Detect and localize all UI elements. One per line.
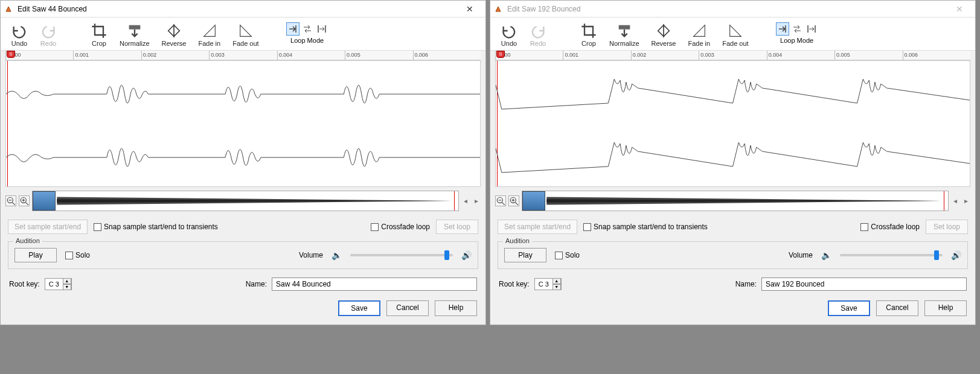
ruler-tick: 0.001 <box>563 51 630 60</box>
overview-scrollbar[interactable] <box>32 191 459 211</box>
snap-transients-checkbox[interactable]: Snap sample start/end to transients <box>583 223 708 231</box>
titlebar[interactable]: Edit Saw 44 Bounced ✕ <box>1 1 485 17</box>
root-key-stepper[interactable]: C 3 ▲ ▼ <box>45 278 72 290</box>
slider-thumb-icon[interactable] <box>934 250 939 260</box>
svg-rect-3 <box>618 25 630 30</box>
crop-label: Crop <box>581 40 596 47</box>
close-icon[interactable]: ✕ <box>458 1 482 17</box>
save-button[interactable]: Save <box>828 300 870 316</box>
checkbox-box-icon <box>583 223 591 231</box>
set-sample-start-end-button[interactable]: Set sample start/end <box>498 220 577 234</box>
time-ruler[interactable]: S 0.000 0.001 0.002 0.003 0.004 0.005 0.… <box>495 51 970 60</box>
fade-in-label: Fade in <box>688 40 710 47</box>
set-sample-start-end-button[interactable]: Set sample start/end <box>8 220 88 234</box>
save-button[interactable]: Save <box>338 300 380 316</box>
fade-out-icon <box>727 23 744 39</box>
slider-thumb-icon[interactable] <box>444 250 449 260</box>
start-marker-icon[interactable]: S <box>7 51 15 58</box>
help-button[interactable]: Help <box>924 300 967 316</box>
set-loop-button[interactable]: Set loop <box>436 220 478 234</box>
nav-next-icon[interactable]: ▸ <box>962 195 970 206</box>
fade-in-button[interactable]: Fade in <box>684 21 714 49</box>
loop-mode-forward-icon[interactable] <box>776 22 789 36</box>
zoom-in-button[interactable] <box>508 195 519 206</box>
reverse-button[interactable]: Reverse <box>647 21 681 49</box>
nav-next-icon[interactable]: ▸ <box>472 195 481 206</box>
cancel-button[interactable]: Cancel <box>386 300 429 316</box>
reverse-button[interactable]: Reverse <box>158 21 191 49</box>
crossfade-loop-checkbox[interactable]: Crossfade loop <box>860 223 920 231</box>
dialog-buttons: Save Cancel Help <box>1 297 485 325</box>
waveform-display[interactable] <box>495 60 970 187</box>
checkbox-box-icon <box>555 252 563 259</box>
name-field[interactable] <box>272 277 477 291</box>
titlebar[interactable]: Edit Saw 192 Bounced ✕ <box>490 1 975 17</box>
crossfade-loop-checkbox[interactable]: Crossfade loop <box>371 223 430 231</box>
audition-legend: Audition <box>13 237 42 244</box>
editor-window-0: Edit Saw 44 Bounced ✕ Undo Redo Crop <box>0 0 486 325</box>
ruler-tick: 0.005 <box>834 51 902 60</box>
loop-mode-sustain-icon[interactable] <box>805 22 818 36</box>
root-key-down-icon[interactable]: ▼ <box>63 284 71 290</box>
normalize-label: Normalize <box>609 40 639 47</box>
redo-button[interactable]: Redo <box>36 21 61 49</box>
cancel-button[interactable]: Cancel <box>876 300 918 316</box>
waveform-channel-left <box>496 67 970 121</box>
reverse-label: Reverse <box>652 40 676 47</box>
loop-mode-pingpong-icon[interactable] <box>301 22 314 36</box>
root-key-stepper[interactable]: C 3 ▲ ▼ <box>534 278 562 290</box>
crop-button[interactable]: Crop <box>86 21 112 49</box>
zoom-out-button[interactable] <box>5 195 16 206</box>
normalize-icon <box>126 23 143 39</box>
undo-label: Undo <box>501 40 517 47</box>
set-loop-button[interactable]: Set loop <box>926 220 968 234</box>
zoom-in-button[interactable] <box>19 195 30 206</box>
snap-transients-label: Snap sample start/end to transients <box>594 223 708 231</box>
nav-prev-icon[interactable]: ◂ <box>951 195 959 206</box>
normalize-button[interactable]: Normalize <box>605 21 644 49</box>
snap-transients-label: Snap sample start/end to transients <box>104 223 218 231</box>
close-icon[interactable]: ✕ <box>947 1 972 17</box>
checkbox-box-icon <box>94 223 101 231</box>
name-field[interactable] <box>761 277 967 291</box>
fade-out-button[interactable]: Fade out <box>228 21 263 49</box>
reverse-label: Reverse <box>162 40 187 47</box>
crossfade-label: Crossfade loop <box>871 223 920 231</box>
root-key-up-icon[interactable]: ▲ <box>552 278 561 284</box>
solo-checkbox[interactable]: Solo <box>555 251 580 259</box>
undo-button[interactable]: Undo <box>496 21 522 49</box>
play-button[interactable]: Play <box>504 248 546 262</box>
overview-handle[interactable] <box>33 191 56 211</box>
start-marker-icon[interactable]: S <box>496 51 505 58</box>
undo-icon <box>501 23 517 39</box>
root-key-down-icon[interactable]: ▼ <box>552 284 561 290</box>
nav-prev-icon[interactable]: ◂ <box>461 195 470 206</box>
volume-slider[interactable] <box>840 254 943 256</box>
play-button[interactable]: Play <box>14 248 57 262</box>
solo-checkbox[interactable]: Solo <box>65 251 90 259</box>
loop-mode-label: Loop Mode <box>780 37 813 44</box>
root-key-up-icon[interactable]: ▲ <box>63 278 71 284</box>
snap-transients-checkbox[interactable]: Snap sample start/end to transients <box>94 223 218 231</box>
volume-slider[interactable] <box>350 254 453 256</box>
undo-button[interactable]: Undo <box>7 21 32 49</box>
fade-out-icon <box>237 23 254 39</box>
fade-out-button[interactable]: Fade out <box>718 21 752 49</box>
waveform-channel-right <box>6 130 480 185</box>
loop-mode-sustain-icon[interactable] <box>315 22 328 36</box>
redo-button[interactable]: Redo <box>525 21 551 49</box>
zoom-out-button[interactable] <box>495 195 506 206</box>
loop-mode-pingpong-icon[interactable] <box>790 22 804 36</box>
loop-mode-forward-icon[interactable] <box>286 22 299 36</box>
help-button[interactable]: Help <box>435 300 477 316</box>
toolbar: Undo Redo Crop Normalize Reverse <box>490 17 975 51</box>
reverse-icon <box>165 23 182 39</box>
loop-mode-group: Loop Mode <box>775 21 819 49</box>
normalize-button[interactable]: Normalize <box>115 21 154 49</box>
crop-button[interactable]: Crop <box>576 21 601 49</box>
overview-scrollbar[interactable] <box>522 191 949 211</box>
time-ruler[interactable]: S 0.000 0.001 0.002 0.003 0.004 0.005 0.… <box>5 51 481 60</box>
fade-in-button[interactable]: Fade in <box>194 21 225 49</box>
overview-handle[interactable] <box>522 191 545 211</box>
waveform-display[interactable] <box>5 60 481 187</box>
